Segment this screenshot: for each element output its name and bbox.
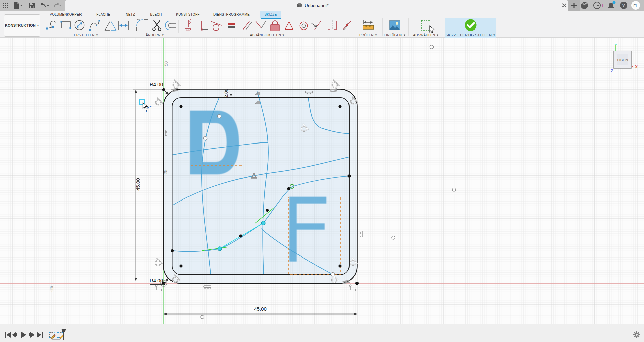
svg-text:Y: Y [614,43,617,48]
svg-text:25: 25 [163,170,168,174]
svg-text:X: X [635,65,638,69]
svg-text:R4.00: R4.00 [150,81,163,87]
svg-text:-25: -25 [49,286,54,292]
svg-text:Z: Z [611,69,613,73]
svg-text:45.00: 45.00 [254,306,267,312]
svg-text:R4.00: R4.00 [150,278,163,283]
svg-text:?: ? [622,2,625,8]
svg-text:FL: FL [633,4,638,8]
svg-text:1: 1 [601,3,604,8]
svg-text:OBEN: OBEN [617,58,628,62]
svg-text:45.00: 45.00 [135,178,141,191]
svg-text:2.00: 2.00 [224,89,229,97]
svg-text:50: 50 [164,61,169,66]
